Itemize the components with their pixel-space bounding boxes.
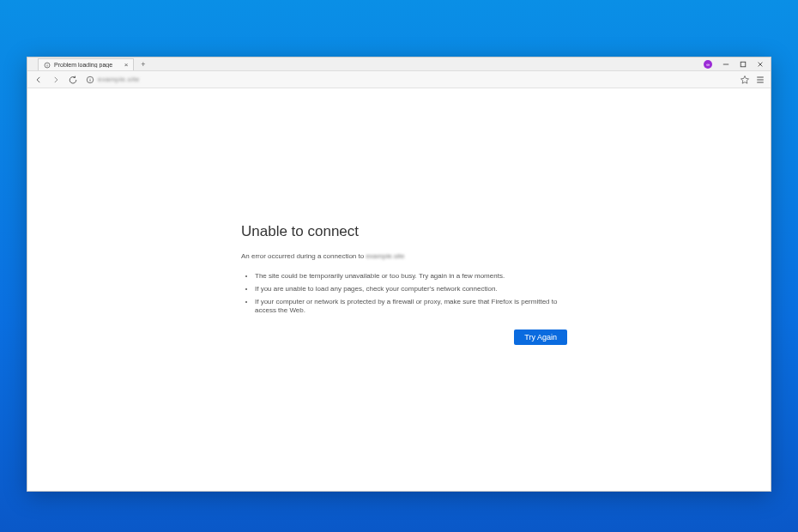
close-window-button[interactable] [752, 58, 769, 70]
browser-tab[interactable]: Problem loading page × [38, 58, 134, 70]
toolbar: example.site [27, 71, 771, 88]
site-info-icon[interactable] [86, 76, 94, 84]
error-panel: Unable to connect An error occurred duri… [241, 223, 567, 345]
maximize-button[interactable] [735, 58, 752, 70]
error-reason-item: If you are unable to load any pages, che… [255, 285, 567, 294]
profile-badge[interactable]: ∞ [704, 60, 712, 69]
close-tab-button[interactable]: × [123, 62, 130, 69]
address-text: example.site [98, 76, 140, 83]
page-content: Unable to connect An error occurred duri… [27, 88, 771, 491]
window-controls: ∞ [704, 57, 771, 70]
tab-title: Problem loading page [54, 62, 119, 68]
error-reason-item: If your computer or network is protected… [255, 298, 567, 317]
forward-button[interactable] [50, 74, 62, 86]
error-subtitle-prefix: An error occurred during a connection to [241, 252, 366, 260]
app-menu-button[interactable] [755, 75, 765, 85]
svg-marker-10 [741, 76, 749, 83]
reload-button[interactable] [67, 74, 79, 86]
browser-window: Problem loading page × + ∞ [27, 57, 771, 492]
error-reason-list: The site could be temporarily unavailabl… [241, 272, 567, 316]
error-reason-item: The site could be temporarily unavailabl… [255, 272, 567, 281]
address-bar[interactable]: example.site [84, 76, 735, 84]
try-again-button[interactable]: Try Again [514, 329, 567, 345]
svg-rect-4 [741, 62, 746, 67]
tab-bar: Problem loading page × + ∞ [27, 57, 771, 71]
info-icon [44, 62, 51, 69]
desktop-wallpaper: Problem loading page × + ∞ [0, 0, 798, 532]
error-subtitle: An error occurred during a connection to… [241, 252, 567, 260]
minimize-button[interactable] [717, 58, 735, 70]
back-button[interactable] [33, 74, 45, 86]
error-title: Unable to connect [241, 223, 567, 240]
new-tab-button[interactable]: + [137, 57, 149, 70]
bookmark-star-icon[interactable] [740, 75, 750, 85]
error-subtitle-host: example.site [366, 252, 404, 260]
